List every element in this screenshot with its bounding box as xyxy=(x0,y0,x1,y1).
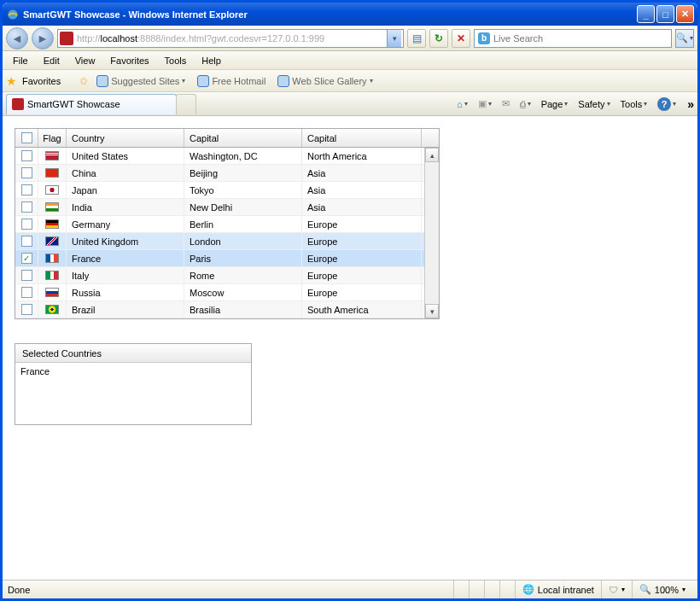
favorites-button[interactable]: Favorites xyxy=(22,76,61,86)
home-icon: ⌂ xyxy=(457,99,463,109)
grid-scrollbar[interactable]: ▴ ▾ xyxy=(424,148,439,318)
protected-mode[interactable]: 🛡▾ xyxy=(601,581,632,598)
flag-icon xyxy=(45,271,59,280)
printer-icon: ⎙ xyxy=(520,99,526,109)
row-checkbox[interactable]: ✓ xyxy=(15,250,38,266)
close-button[interactable]: ✕ xyxy=(676,5,694,23)
row-checkbox[interactable] xyxy=(15,301,38,318)
cell-country: Brazil xyxy=(67,301,184,318)
menu-file[interactable]: File xyxy=(6,54,35,67)
security-zone[interactable]: 🌐Local intranet xyxy=(515,581,601,598)
table-row[interactable]: ChinaBeijingAsia xyxy=(15,165,439,182)
table-row[interactable]: RussiaMoscowEurope xyxy=(15,284,439,301)
zoom-control[interactable]: 🔍100% ▾ xyxy=(632,581,692,598)
cell-continent: Asia xyxy=(302,165,422,181)
menu-view[interactable]: View xyxy=(68,54,102,67)
row-checkbox[interactable] xyxy=(15,165,38,181)
header-capital-1[interactable]: Capital xyxy=(184,129,302,147)
star-icon: ★ xyxy=(6,74,17,88)
cell-country: India xyxy=(67,199,184,215)
maximize-button[interactable]: □ xyxy=(656,5,674,23)
cell-capital: Beijing xyxy=(184,165,302,181)
flag-icon xyxy=(45,236,59,246)
url-suffix: :8888/index.html?gwt.codesvr=127.0.0.1:9… xyxy=(137,33,324,44)
url-host: localhost xyxy=(101,33,137,44)
titlebar[interactable]: SmartGWT Showcase - Windows Internet Exp… xyxy=(3,3,697,26)
page-menu[interactable]: Page ▾ xyxy=(539,98,571,110)
suggested-sites-link[interactable]: Suggested Sites ▾ xyxy=(93,75,189,87)
ie-icon xyxy=(6,8,20,21)
row-checkbox[interactable] xyxy=(15,267,38,283)
flag-icon xyxy=(45,202,59,212)
tools-menu[interactable]: Tools ▾ xyxy=(618,98,650,110)
table-row[interactable]: IndiaNew DelhiAsia xyxy=(15,199,439,216)
nav-toolbar: ◄ ► http://localhost:8888/index.html?gwt… xyxy=(3,26,697,51)
table-row[interactable]: GermanyBerlinEurope xyxy=(15,216,439,233)
header-checkbox[interactable] xyxy=(15,129,38,147)
cell-capital: London xyxy=(184,233,302,249)
row-checkbox[interactable] xyxy=(15,199,38,215)
back-button[interactable]: ◄ xyxy=(6,27,28,50)
menu-tools[interactable]: Tools xyxy=(158,54,194,67)
status-text: Done xyxy=(8,585,30,595)
scroll-up-button[interactable]: ▴ xyxy=(425,148,439,162)
add-fav-icon[interactable]: ✩ xyxy=(79,75,88,87)
selected-countries-header: Selected Countries xyxy=(15,344,251,363)
table-row[interactable]: JapanTokyoAsia xyxy=(15,182,439,199)
scroll-down-button[interactable]: ▾ xyxy=(425,304,439,318)
tab-smartgwt-showcase[interactable]: SmartGWT Showcase xyxy=(6,94,177,114)
bing-icon: b xyxy=(478,32,490,44)
menu-favorites[interactable]: Favorites xyxy=(103,54,155,67)
flag-icon xyxy=(45,185,59,195)
address-dropdown[interactable]: ▾ xyxy=(387,30,401,47)
cell-country: Japan xyxy=(67,182,184,198)
safety-menu[interactable]: Safety ▾ xyxy=(575,98,612,110)
search-box[interactable]: b Live Search xyxy=(474,29,672,48)
header-capital-2[interactable]: Capital xyxy=(302,129,422,147)
flag-icon xyxy=(45,168,59,178)
cell-country: United States xyxy=(67,148,184,164)
header-country[interactable]: Country xyxy=(67,129,184,147)
overflow-chevron[interactable]: » xyxy=(687,97,694,111)
row-checkbox[interactable] xyxy=(15,216,38,232)
country-grid[interactable]: Flag Country Capital Capital United Stat… xyxy=(15,128,440,319)
home-button[interactable]: ⌂▾ xyxy=(454,98,470,110)
status-sep xyxy=(453,581,469,598)
cell-country: Italy xyxy=(67,267,184,283)
help-button[interactable]: ?▾ xyxy=(655,96,679,112)
row-checkbox[interactable] xyxy=(15,284,38,300)
cell-country: France xyxy=(67,250,184,266)
header-flag[interactable]: Flag xyxy=(38,129,67,147)
table-row[interactable]: ItalyRomeEurope xyxy=(15,267,439,284)
print-button[interactable]: ⎙▾ xyxy=(517,98,534,110)
row-flag xyxy=(38,165,67,181)
address-bar[interactable]: http://localhost:8888/index.html?gwt.cod… xyxy=(57,29,404,48)
minimize-button[interactable]: _ xyxy=(637,5,655,23)
compat-view-button[interactable]: ▤ xyxy=(407,29,426,48)
stop-button[interactable]: ✕ xyxy=(452,29,470,48)
web-slice-link[interactable]: Web Slice Gallery ▾ xyxy=(274,75,376,87)
row-flag xyxy=(38,284,67,300)
ie-page-icon xyxy=(277,75,289,87)
search-go-button[interactable]: 🔍▾ xyxy=(675,29,694,48)
table-row[interactable]: ✓FranceParisEurope xyxy=(15,250,439,267)
new-tab-button[interactable] xyxy=(176,94,196,114)
feeds-button[interactable]: ▣▾ xyxy=(475,97,494,110)
forward-button[interactable]: ► xyxy=(32,27,54,50)
table-row[interactable]: BrazilBrasiliaSouth America xyxy=(15,301,439,318)
tab-title: SmartGWT Showcase xyxy=(27,99,120,109)
table-row[interactable]: United StatesWashington, DCNorth America xyxy=(15,148,439,165)
row-checkbox[interactable] xyxy=(15,182,38,198)
refresh-button[interactable]: ↻ xyxy=(429,29,448,48)
window-title: SmartGWT Showcase - Windows Internet Exp… xyxy=(23,9,248,20)
free-hotmail-link[interactable]: Free Hotmail xyxy=(194,75,269,87)
cell-continent: Europe xyxy=(302,250,422,266)
globe-icon: 🌐 xyxy=(522,584,534,595)
table-row[interactable]: United KingdomLondonEurope xyxy=(15,233,439,250)
row-checkbox[interactable] xyxy=(15,148,38,164)
menu-help[interactable]: Help xyxy=(195,54,228,67)
menu-edit[interactable]: Edit xyxy=(37,54,67,67)
row-checkbox[interactable] xyxy=(15,233,38,249)
read-mail-button[interactable]: ✉ xyxy=(499,97,512,110)
grid-body[interactable]: United StatesWashington, DCNorth America… xyxy=(15,148,439,318)
